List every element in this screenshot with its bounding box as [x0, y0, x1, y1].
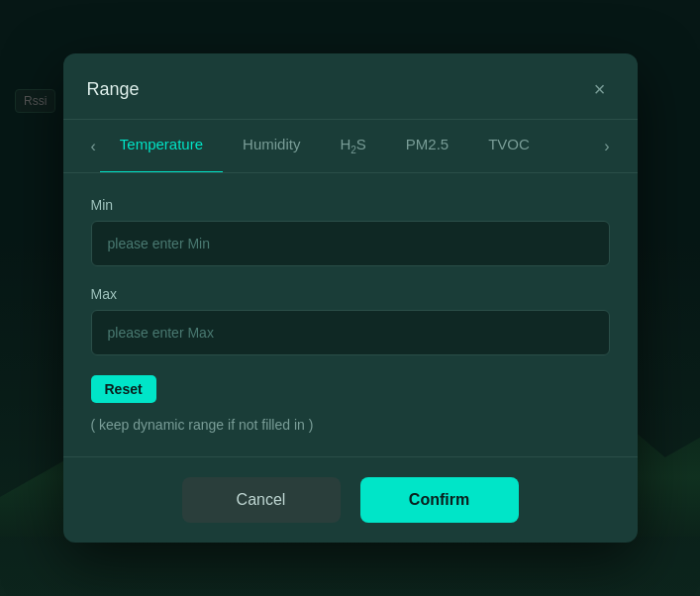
close-button[interactable]: ×: [586, 75, 614, 103]
tabs-container: ‹ Temperature Humidity H2S PM2.5 TVOC ›: [63, 120, 638, 173]
confirm-button[interactable]: Confirm: [360, 477, 519, 523]
tab-humidity[interactable]: Humidity: [223, 120, 320, 172]
tab-h2s[interactable]: H2S: [320, 120, 385, 172]
tab-tvoc[interactable]: TVOC: [468, 120, 550, 172]
dialog-title: Range: [87, 79, 140, 100]
cancel-button[interactable]: Cancel: [182, 477, 341, 523]
hint-text: ( keep dynamic range if not filled in ): [91, 417, 610, 433]
max-input[interactable]: [91, 310, 610, 355]
reset-button[interactable]: Reset: [91, 375, 156, 403]
dialog-footer: Cancel Confirm: [63, 456, 638, 543]
tab-prev-button[interactable]: ‹: [87, 130, 100, 163]
tabs-list: Temperature Humidity H2S PM2.5 TVOC: [100, 120, 600, 172]
range-dialog: Range × ‹ Temperature Humidity H2S PM2.5…: [63, 53, 638, 543]
min-label: Min: [91, 197, 610, 213]
dialog-header: Range ×: [63, 53, 638, 120]
dialog-body: Min Max Reset ( keep dynamic range if no…: [63, 173, 638, 456]
tab-temperature[interactable]: Temperature: [100, 120, 223, 172]
min-input[interactable]: [91, 221, 610, 266]
max-label: Max: [91, 286, 610, 302]
tab-pm25[interactable]: PM2.5: [386, 120, 468, 172]
tab-next-button[interactable]: ›: [600, 130, 613, 163]
